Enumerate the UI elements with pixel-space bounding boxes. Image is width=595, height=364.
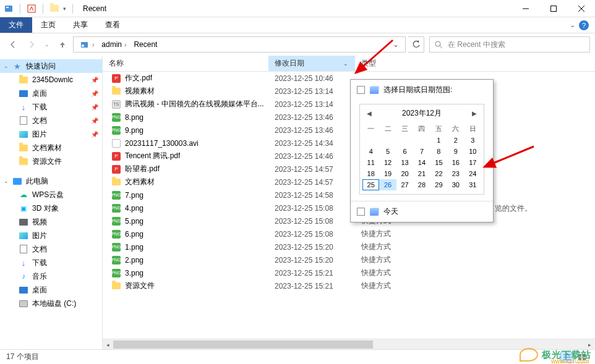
table-row[interactable]: PNG8.png2023-12-25 13:46: [103, 111, 595, 124]
calendar-day[interactable]: 29: [430, 179, 447, 190]
calendar-day[interactable]: 5: [379, 146, 396, 157]
sidebar-quick-access[interactable]: ⌄ ★ 快速访问: [0, 59, 102, 73]
calendar-day[interactable]: 21: [413, 168, 430, 179]
expand-icon[interactable]: ⌄: [4, 178, 9, 184]
table-row[interactable]: 视频素材2023-12-25 13:14: [103, 85, 595, 98]
sidebar-item[interactable]: 图片: [0, 229, 102, 242]
calendar-day[interactable]: 27: [396, 179, 413, 190]
sidebar-item[interactable]: 文档: [0, 242, 102, 256]
up-button[interactable]: [54, 36, 71, 53]
next-month-button[interactable]: ▶: [469, 108, 480, 119]
calendar-day[interactable]: 22: [430, 168, 447, 179]
table-row[interactable]: P作文.pdf2023-12-25 10:46: [103, 72, 595, 85]
calendar-day[interactable]: 18: [362, 168, 379, 179]
sidebar-item[interactable]: 文档素材: [0, 141, 102, 154]
minimize-button[interactable]: [512, 0, 539, 17]
calendar-day[interactable]: 28: [413, 179, 430, 190]
calendar-day[interactable]: 31: [464, 179, 481, 190]
breadcrumb-seg-admin[interactable]: admin ›: [98, 40, 130, 49]
breadcrumb[interactable]: › admin › Recent ⌄: [73, 36, 406, 53]
maximize-button[interactable]: [539, 0, 567, 17]
refresh-button[interactable]: [408, 36, 424, 53]
qat-dropdown-icon[interactable]: ▾: [63, 6, 66, 12]
scroll-left-icon[interactable]: ◂: [103, 339, 113, 350]
sidebar-item[interactable]: ↓下载📌: [0, 100, 102, 114]
checkbox[interactable]: [357, 86, 365, 94]
table-row[interactable]: TS腾讯视频 - 中国领先的在线视频媒体平台...2023-12-25 13:1…: [103, 98, 595, 111]
sidebar-item[interactable]: 本地磁盘 (C:): [0, 297, 102, 310]
sidebar-item[interactable]: ♪音乐: [0, 269, 102, 283]
calendar-day[interactable]: 14: [413, 157, 430, 168]
sidebar-item[interactable]: 图片📌: [0, 127, 102, 141]
back-button[interactable]: [5, 36, 21, 53]
close-button[interactable]: [567, 0, 595, 17]
calendar-day[interactable]: 4: [362, 146, 379, 157]
calendar-day[interactable]: 6: [396, 146, 413, 157]
calendar-day[interactable]: 24: [464, 168, 481, 179]
sidebar-item[interactable]: ↓下载: [0, 256, 102, 269]
calendar-day[interactable]: 8: [430, 146, 447, 157]
scrollbar-thumb[interactable]: [113, 341, 373, 349]
properties-icon[interactable]: [27, 4, 36, 14]
column-date[interactable]: 修改日期⌄: [268, 56, 355, 71]
expand-ribbon-icon[interactable]: ⌄: [570, 21, 575, 29]
tab-view[interactable]: 查看: [96, 17, 129, 33]
sidebar-item[interactable]: 2345Downlc📌: [0, 73, 102, 87]
calendar-day[interactable]: 3: [464, 135, 481, 146]
today-label[interactable]: 今天: [383, 206, 398, 217]
calendar-day[interactable]: 9: [447, 146, 464, 157]
calendar-day[interactable]: 19: [379, 168, 396, 179]
calendar-day[interactable]: 25: [362, 179, 379, 190]
calendar-day[interactable]: 23: [447, 168, 464, 179]
column-name[interactable]: 名称: [103, 56, 268, 71]
table-row[interactable]: 文档素材2023-12-25 14:57: [103, 176, 595, 188]
sidebar-item[interactable]: 视频: [0, 215, 102, 229]
table-row[interactable]: PTencent 腾讯.pdf2023-12-25 14:46: [103, 150, 595, 163]
tab-share[interactable]: 共享: [64, 17, 96, 33]
sidebar-item[interactable]: 桌面: [0, 283, 102, 297]
column-filter-dropdown-icon[interactable]: ⌄: [343, 61, 348, 67]
tab-home[interactable]: 主页: [32, 17, 64, 33]
breadcrumb-root-icon[interactable]: ›: [76, 40, 98, 49]
table-row[interactable]: P盼望着.pdf2023-12-25 14:57: [103, 163, 595, 176]
breadcrumb-seg-recent[interactable]: Recent: [130, 40, 161, 49]
sidebar-item[interactable]: 资源文件: [0, 154, 102, 168]
expand-icon[interactable]: ⌄: [4, 63, 9, 69]
calendar-day[interactable]: 26: [379, 179, 396, 190]
recent-dropdown-icon[interactable]: ⌄: [42, 36, 52, 53]
column-type[interactable]: 类型: [355, 56, 442, 71]
calendar-month-label[interactable]: 2023年12月: [402, 108, 442, 119]
calendar-day[interactable]: 12: [379, 157, 396, 168]
table-row[interactable]: 20231117_130003.avi2023-12-25 14:34: [103, 137, 595, 150]
sidebar-item[interactable]: 文档📌: [0, 114, 102, 127]
calendar-day[interactable]: 20: [396, 168, 413, 179]
checkbox[interactable]: [357, 208, 365, 216]
forward-button[interactable]: [24, 36, 40, 53]
calendar-day[interactable]: 16: [447, 157, 464, 168]
table-row[interactable]: PNG6.png2023-12-25 15:08快捷方式: [103, 227, 595, 240]
help-icon[interactable]: ?: [579, 20, 589, 30]
folder-icon[interactable]: [49, 4, 59, 14]
calendar-day[interactable]: 2: [447, 135, 464, 146]
search-input[interactable]: 在 Recent 中搜索: [429, 36, 590, 53]
calendar-day[interactable]: 10: [464, 146, 481, 157]
table-row[interactable]: PNG5.png2023-12-25 15:08快捷方式: [103, 214, 595, 227]
calendar-day[interactable]: 1: [430, 135, 447, 146]
calendar-day[interactable]: 7: [413, 146, 430, 157]
table-row[interactable]: PNG3.png2023-12-25 15:21快捷方式: [103, 266, 595, 279]
sidebar-item[interactable]: ☁WPS云盘: [0, 188, 102, 201]
calendar-day[interactable]: 30: [447, 179, 464, 190]
tab-file[interactable]: 文件: [0, 17, 32, 33]
table-row[interactable]: PNG2.png2023-12-25 15:20快捷方式: [103, 253, 595, 266]
calendar-day[interactable]: 11: [362, 157, 379, 168]
calendar-day[interactable]: 13: [396, 157, 413, 168]
calendar-day[interactable]: 15: [430, 157, 447, 168]
prev-month-button[interactable]: ◀: [364, 108, 375, 119]
table-row[interactable]: 资源文件2023-12-25 15:21快捷方式: [103, 279, 595, 292]
table-row[interactable]: PNG7.png2023-12-25 14:58: [103, 188, 595, 201]
address-dropdown-icon[interactable]: ⌄: [389, 40, 403, 49]
sidebar-item[interactable]: ▣3D 对象: [0, 201, 102, 215]
sidebar-item[interactable]: 桌面📌: [0, 87, 102, 100]
sidebar-this-pc[interactable]: ⌄ 此电脑: [0, 174, 102, 188]
calendar-day[interactable]: 17: [464, 157, 481, 168]
